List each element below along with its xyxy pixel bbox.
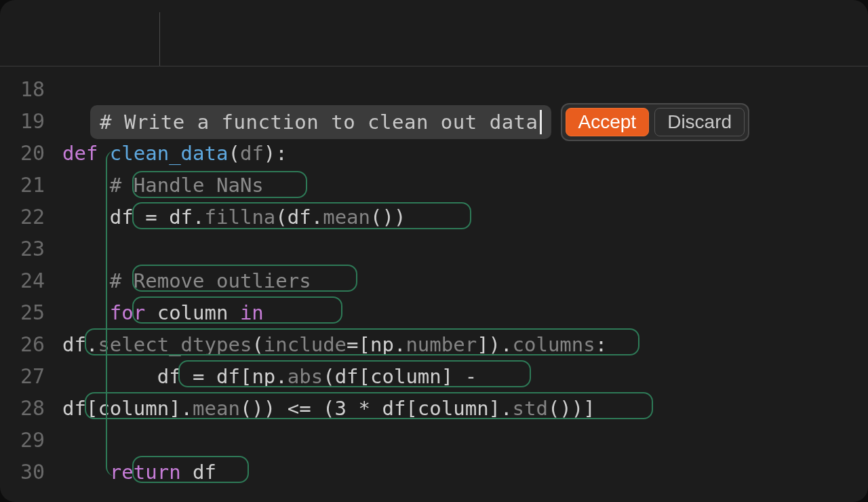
code-line: 30 return df [0, 456, 868, 488]
code-line: 23 [0, 233, 868, 265]
line-number: 28 [0, 396, 62, 420]
tab-divider [159, 12, 160, 66]
line-number: 29 [0, 428, 62, 452]
code-line: 21 # Handle NaNs [0, 169, 868, 201]
accept-button[interactable]: Accept [566, 108, 650, 136]
line-number: 23 [0, 237, 62, 260]
code-line: 24 # Remove outliers [0, 265, 868, 296]
code-line: 27 df = df[np.abs(df[column] - [0, 360, 868, 392]
line-number: 30 [0, 460, 62, 484]
line-number: 24 [0, 269, 62, 292]
keyword-return: return [110, 461, 193, 484]
prompt-input[interactable]: # Write a function to clean out data [90, 105, 551, 139]
line-number: 19 [0, 109, 62, 133]
line-number: 20 [0, 141, 62, 165]
code-line: 28 df[column].mean()) <= (3 * df[column]… [0, 392, 868, 424]
function-name: clean_data [110, 142, 229, 165]
code-line: 29 [0, 424, 868, 456]
code-line: 22 df = df.fillna(df.mean()) [0, 201, 868, 233]
code-line: 18 [0, 73, 868, 105]
keyword-for: for [110, 301, 157, 324]
line-number: 18 [0, 77, 62, 101]
editor-frame: # Write a function to clean out data Acc… [0, 0, 868, 502]
code-line: 20 def clean_data(df): [0, 137, 868, 169]
line-number: 27 [0, 364, 62, 388]
prompt-text: # Write a function to clean out data [100, 111, 538, 134]
discard-button[interactable]: Discard [654, 108, 745, 136]
text-caret-icon [540, 110, 542, 134]
inline-suggestion-prompt: # Write a function to clean out data Acc… [90, 104, 749, 140]
suggestion-actions: Accept Discard [561, 103, 750, 141]
line-number: 21 [0, 173, 62, 197]
code-line: 26 df.select_dtypes(include=[np.number])… [0, 328, 868, 360]
line-number: 26 [0, 332, 62, 356]
line-number: 25 [0, 301, 62, 324]
comment: # Remove outliers [110, 269, 311, 292]
keyword-in: in [240, 301, 264, 324]
line-number: 22 [0, 205, 62, 229]
comment: # Handle NaNs [110, 174, 264, 197]
keyword-def: def [62, 142, 110, 165]
code-line: 25 for column in [0, 296, 868, 328]
editor-top-bar [0, 0, 868, 66]
